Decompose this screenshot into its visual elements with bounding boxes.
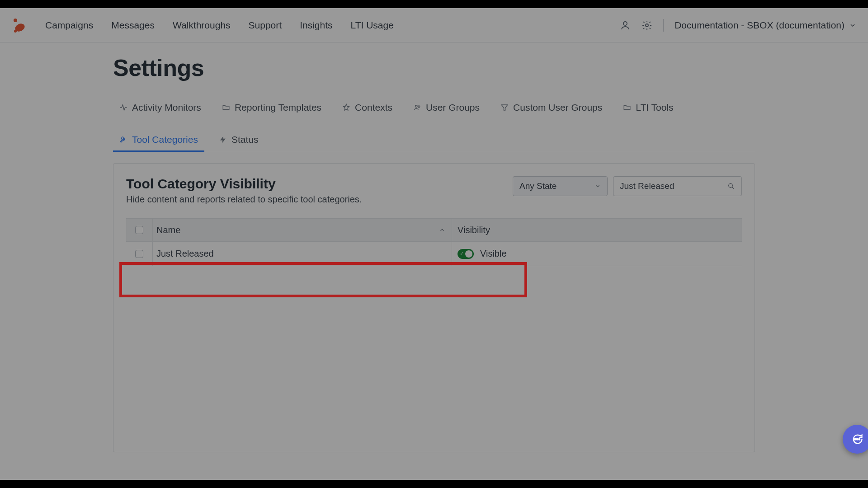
category-table: Name Visibility Just Released [126,218,742,266]
table-row[interactable]: Just Released ✓ Visible [126,242,742,266]
tab-tool-categories[interactable]: Tool Categories [113,129,204,152]
help-fab[interactable] [843,425,868,454]
tab-status[interactable]: Status [212,129,265,152]
bolt-icon [219,136,227,144]
nav-walkthroughs[interactable]: Walkthroughs [173,20,231,31]
panel-title: Tool Category Visibility [126,176,362,192]
search-icon [727,182,735,190]
check-icon: ✓ [460,251,464,257]
filter-icon [500,103,509,112]
nav-support[interactable]: Support [249,20,282,31]
chat-icon [851,433,863,446]
row-name: Just Released [152,242,452,266]
nav-messages[interactable]: Messages [111,20,155,31]
nav-lti-usage[interactable]: LTI Usage [351,20,394,31]
tab-activity-monitors[interactable]: Activity Monitors [113,97,208,120]
nav-campaigns[interactable]: Campaigns [45,20,93,31]
app-logo [12,18,25,33]
select-all-checkbox[interactable] [135,226,143,234]
activity-icon [119,103,127,112]
settings-tabs: Activity Monitors Reporting Templates Co… [113,97,755,152]
svg-point-9 [729,183,732,187]
svg-marker-8 [220,136,226,143]
svg-point-2 [14,30,17,33]
account-dropdown[interactable]: Documentation - SBOX (documentation) [675,20,856,31]
user-icon[interactable] [620,20,631,31]
svg-point-0 [14,19,17,22]
top-bar: Campaigns Messages Walkthroughs Support … [0,8,868,42]
search-box[interactable] [613,176,742,196]
folder-icon [222,103,230,112]
table-header: Name Visibility [126,218,742,242]
state-dropdown[interactable]: Any State [513,176,608,196]
divider [663,19,664,32]
folder-icon [623,103,631,112]
tab-custom-user-groups[interactable]: Custom User Groups [494,97,609,120]
tab-contexts[interactable]: Contexts [336,97,399,120]
tab-reporting-templates[interactable]: Reporting Templates [216,97,328,120]
visibility-toggle[interactable]: ✓ [458,249,474,259]
svg-point-5 [415,105,417,108]
column-name[interactable]: Name [152,219,452,241]
svg-point-13 [859,439,860,440]
svg-marker-7 [501,105,508,110]
top-nav: Campaigns Messages Walkthroughs Support … [45,20,394,31]
svg-point-11 [857,439,858,440]
gear-icon[interactable] [642,20,652,31]
svg-point-3 [623,22,627,25]
nav-insights[interactable]: Insights [300,20,332,31]
wrench-icon [119,136,127,144]
account-label: Documentation - SBOX (documentation) [675,20,844,31]
users-icon [413,103,421,112]
svg-point-4 [646,24,648,27]
tool-category-panel: Tool Category Visibility Hide content an… [113,163,755,452]
column-visibility: Visibility [452,219,742,241]
sort-asc-icon [439,227,445,233]
svg-point-6 [418,106,420,108]
tab-user-groups[interactable]: User Groups [407,97,486,120]
svg-point-12 [854,439,856,440]
search-input[interactable] [620,181,727,191]
visibility-label: Visible [480,249,507,259]
row-checkbox[interactable] [135,250,143,258]
page-title: Settings [113,54,755,81]
svg-line-10 [732,187,734,189]
pin-icon [342,103,350,112]
panel-description: Hide content and reports related to spec… [126,194,362,205]
chevron-down-icon [594,183,601,189]
tab-lti-tools[interactable]: LTI Tools [617,97,679,120]
chevron-down-icon [849,22,856,29]
